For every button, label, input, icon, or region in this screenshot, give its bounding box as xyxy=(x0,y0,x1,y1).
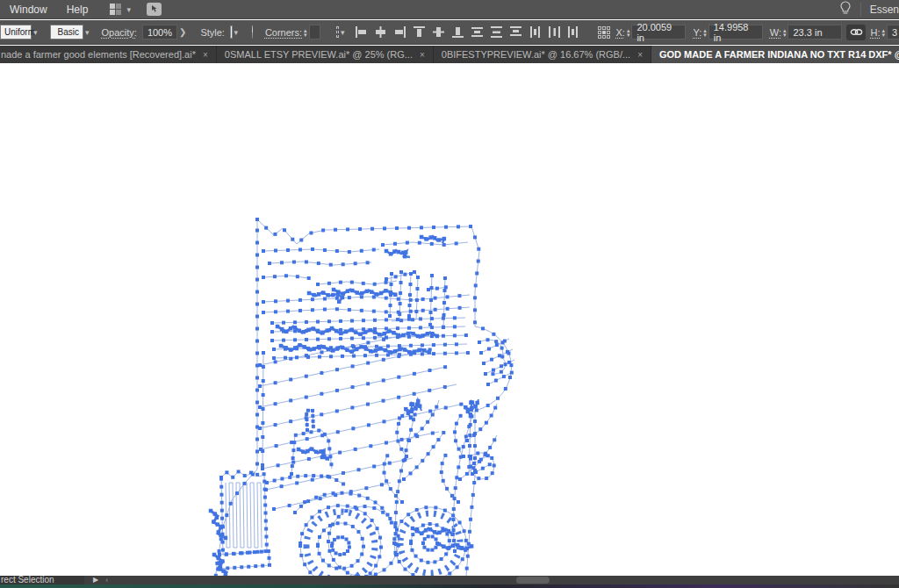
anchor-point[interactable] xyxy=(420,559,423,563)
anchor-point[interactable] xyxy=(262,311,265,314)
anchor-point[interactable] xyxy=(375,354,378,357)
anchor-point[interactable] xyxy=(373,319,377,322)
anchor-point[interactable] xyxy=(399,469,403,472)
anchor-point[interactable] xyxy=(396,326,399,330)
anchor-point[interactable] xyxy=(418,241,421,245)
anchor-point[interactable] xyxy=(414,310,418,313)
anchor-point[interactable] xyxy=(305,523,308,527)
anchor-point[interactable] xyxy=(360,249,363,253)
anchor-point[interactable] xyxy=(286,310,290,313)
anchor-point[interactable] xyxy=(276,325,280,329)
anchor-point[interactable] xyxy=(463,529,466,533)
anchor-point[interactable] xyxy=(273,479,277,483)
anchor-point[interactable] xyxy=(221,541,225,544)
anchor-point[interactable] xyxy=(404,250,408,255)
anchor-point[interactable] xyxy=(293,320,297,324)
anchor-point[interactable] xyxy=(267,556,270,560)
anchor-point[interactable] xyxy=(346,289,350,293)
anchor-point[interactable] xyxy=(469,465,472,469)
anchor-point[interactable] xyxy=(312,425,315,428)
anchor-point[interactable] xyxy=(331,348,335,353)
artboard-canvas[interactable] xyxy=(0,63,899,576)
anchor-point[interactable] xyxy=(491,372,494,376)
anchor-point[interactable] xyxy=(396,490,399,493)
anchor-point[interactable] xyxy=(335,409,339,412)
anchor-point[interactable] xyxy=(385,318,388,321)
anchor-point[interactable] xyxy=(385,277,388,281)
anchor-point[interactable] xyxy=(430,286,434,290)
anchor-point[interactable] xyxy=(305,396,308,399)
anchor-point[interactable] xyxy=(303,563,306,566)
anchor-point[interactable] xyxy=(332,558,335,562)
anchor-point[interactable] xyxy=(286,299,290,303)
anchor-point[interactable] xyxy=(255,327,259,331)
menu-help[interactable]: Help xyxy=(57,0,98,19)
anchor-point[interactable] xyxy=(407,335,411,339)
anchor-point[interactable] xyxy=(457,465,460,469)
anchor-point[interactable] xyxy=(442,544,446,549)
anchor-point[interactable] xyxy=(414,406,418,411)
anchor-point[interactable] xyxy=(219,526,223,530)
anchor-point[interactable] xyxy=(346,505,349,508)
transform-options-icon[interactable] xyxy=(336,26,339,38)
anchor-point[interactable] xyxy=(386,344,390,348)
anchor-point[interactable] xyxy=(490,358,493,362)
anchor-point[interactable] xyxy=(384,348,388,353)
anchor-point[interactable] xyxy=(224,536,228,541)
anchor-point[interactable] xyxy=(443,352,447,355)
anchor-point[interactable] xyxy=(409,416,414,420)
anchor-point[interactable] xyxy=(485,421,488,425)
anchor-point[interactable] xyxy=(487,348,491,351)
anchor-point[interactable] xyxy=(393,292,398,297)
anchor-point[interactable] xyxy=(346,227,349,231)
anchor-point[interactable] xyxy=(286,248,290,252)
anchor-point[interactable] xyxy=(329,355,333,358)
anchor-point[interactable] xyxy=(433,560,436,563)
anchor-point[interactable] xyxy=(225,552,228,556)
close-icon[interactable]: × xyxy=(420,50,425,60)
distribute-top-icon[interactable] xyxy=(471,25,484,39)
anchor-point[interactable] xyxy=(306,423,309,427)
anchor-point[interactable] xyxy=(405,455,408,458)
anchor-point[interactable] xyxy=(473,456,477,460)
anchor-point[interactable] xyxy=(385,479,388,483)
anchor-point[interactable] xyxy=(372,464,376,468)
anchor-point[interactable] xyxy=(298,309,302,312)
anchor-point[interactable] xyxy=(311,247,314,251)
anchor-point[interactable] xyxy=(396,440,399,443)
vector-path[interactable] xyxy=(263,295,470,302)
anchor-point[interactable] xyxy=(374,564,378,568)
anchor-point[interactable] xyxy=(327,439,330,442)
anchor-point[interactable] xyxy=(390,521,393,525)
anchor-point[interactable] xyxy=(378,333,382,337)
anchor-point[interactable] xyxy=(444,226,448,229)
anchor-point[interactable] xyxy=(368,328,372,333)
anchor-point[interactable] xyxy=(402,459,406,463)
anchor-point[interactable] xyxy=(255,376,259,380)
anchor-point[interactable] xyxy=(421,541,425,545)
anchor-point[interactable] xyxy=(350,349,355,354)
anchor-point[interactable] xyxy=(381,511,385,514)
anchor-point[interactable] xyxy=(442,334,445,338)
anchor-point[interactable] xyxy=(282,339,285,342)
anchor-point[interactable] xyxy=(455,351,458,355)
anchor-point[interactable] xyxy=(453,549,457,553)
anchor-point[interactable] xyxy=(460,546,464,550)
anchor-point[interactable] xyxy=(421,333,425,338)
anchor-point[interactable] xyxy=(457,500,460,504)
anchor-point[interactable] xyxy=(261,564,264,568)
anchor-point[interactable] xyxy=(366,497,370,500)
anchor-point[interactable] xyxy=(385,249,389,254)
anchor-point[interactable] xyxy=(261,421,264,425)
anchor-point[interactable] xyxy=(410,407,414,412)
anchor-point[interactable] xyxy=(291,448,295,452)
anchor-point[interactable] xyxy=(302,330,306,334)
anchor-point[interactable] xyxy=(312,347,316,351)
recolor-artwork-icon[interactable] xyxy=(252,25,253,39)
anchor-point[interactable] xyxy=(312,474,315,477)
anchor-point[interactable] xyxy=(331,293,335,298)
anchor-point[interactable] xyxy=(428,235,433,240)
anchor-point[interactable] xyxy=(293,511,297,514)
x-stepper[interactable]: ▴▾ xyxy=(627,28,630,37)
anchor-point[interactable] xyxy=(431,534,435,538)
